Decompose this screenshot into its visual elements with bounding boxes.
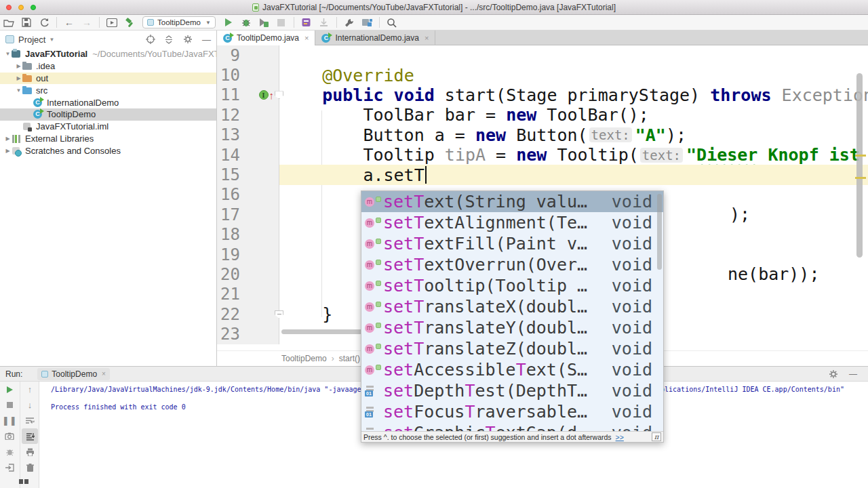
warning-stripe-mark[interactable] <box>855 177 866 179</box>
tree-right-arrow-icon[interactable]: ▶ <box>15 75 22 81</box>
code-line-9[interactable]: 9 <box>217 45 868 65</box>
thread-dump-icon[interactable] <box>0 428 19 444</box>
vertical-scrollbar[interactable] <box>856 73 863 258</box>
print-icon[interactable] <box>20 444 39 460</box>
tree-right-arrow-icon[interactable]: ▶ <box>4 148 12 154</box>
code-line-15[interactable]: 15 a.setT <box>217 165 868 184</box>
completion-item-5[interactable]: msetTranslateX(doubl…void <box>361 296 663 317</box>
restart-debug-icon[interactable] <box>0 444 19 460</box>
code-line-12[interactable]: 12 ToolBar bar = new ToolBar(); <box>217 105 868 125</box>
scroll-to-end-icon[interactable] <box>22 428 38 444</box>
forward-icon[interactable]: → <box>79 16 94 28</box>
layout-icon[interactable] <box>19 479 28 484</box>
more-suggestions-link[interactable]: >> <box>616 433 624 441</box>
tab-tooltipdemo[interactable]: C TooltipDemo.java × <box>217 30 315 45</box>
gutter: 10 <box>217 65 279 85</box>
breadcrumb-class[interactable]: TooltipDemo <box>281 354 327 363</box>
chevron-down-icon[interactable]: ▼ <box>49 37 54 43</box>
run-tab[interactable]: TooltipDemo × <box>37 368 110 380</box>
completion-hint-text: Press ^. to choose the selected (or firs… <box>363 433 612 441</box>
line-number: 15 <box>217 165 240 184</box>
tree-item-tooltipdemo[interactable]: CTooltipDemo <box>0 108 216 121</box>
clear-all-icon[interactable] <box>20 460 39 475</box>
completion-footer: Press ^. to choose the selected (or firs… <box>361 431 663 442</box>
run-anything-icon[interactable] <box>104 16 119 28</box>
pause-output-button[interactable]: ❚❚ <box>0 413 19 428</box>
line-number: 14 <box>217 146 240 165</box>
rerun-button[interactable] <box>0 382 19 397</box>
completion-item-4[interactable]: msetTooltip(Tooltip …void <box>361 275 663 296</box>
completion-item-9[interactable]: 01setDepthTest(DepthT…void <box>361 380 663 401</box>
tree-item-external-libraries[interactable]: ▶External Libraries <box>0 133 216 145</box>
back-icon[interactable]: ← <box>62 16 77 28</box>
stop-button[interactable] <box>0 397 19 413</box>
completion-item-2[interactable]: msetTextFill(Paint v…void <box>361 233 663 254</box>
exit-icon[interactable] <box>0 460 19 475</box>
tree-item-javafxtutorial[interactable]: ▼JavaFXTutorial~/Documents/YouTube/JavaF… <box>0 48 216 60</box>
tree-item-internationaldemo[interactable]: CInternationalDemo <box>0 96 216 108</box>
completion-item-10[interactable]: 01setFocusTraversable…void <box>361 401 663 422</box>
collapse-all-icon[interactable] <box>165 35 174 44</box>
close-icon[interactable]: × <box>425 34 429 42</box>
coverage-button[interactable] <box>256 16 271 28</box>
down-stack-trace-icon[interactable]: ↓ <box>20 397 39 413</box>
pi-badge[interactable]: π <box>652 432 661 441</box>
completion-return-type: void <box>612 213 652 232</box>
completion-item-7[interactable]: msetTranslateZ(doubl…void <box>361 338 663 359</box>
build-hammer-icon[interactable] <box>122 16 137 28</box>
project-structure-icon[interactable] <box>359 16 374 28</box>
completion-item-3[interactable]: msetTextOverrun(Over…void <box>361 254 663 275</box>
completion-item-1[interactable]: msetTextAlignment(Te…void <box>361 212 663 233</box>
code-line-10[interactable]: 10 @Override <box>217 65 868 85</box>
sync-icon[interactable] <box>37 16 52 28</box>
gear-icon[interactable] <box>183 35 193 44</box>
open-icon[interactable] <box>1 16 16 28</box>
tree-item-src[interactable]: ▼src <box>0 84 216 96</box>
tree-right-arrow-icon[interactable]: ▶ <box>4 136 12 142</box>
property-icon: 01 <box>365 385 383 397</box>
completion-item-6[interactable]: msetTranslateY(doubl…void <box>361 317 663 338</box>
close-icon[interactable]: × <box>304 34 309 42</box>
tree-right-arrow-icon[interactable]: ▶ <box>15 63 22 69</box>
code-line-11[interactable]: 11I↑ public void start(Stage primaryStag… <box>217 85 868 105</box>
locate-file-icon[interactable] <box>146 35 155 44</box>
tree-item-out[interactable]: ▶out <box>0 73 216 85</box>
popup-scrollbar[interactable] <box>657 194 662 270</box>
settings-wrench-icon[interactable] <box>342 16 357 28</box>
gear-icon[interactable] <box>829 369 838 379</box>
close-icon[interactable]: × <box>102 370 106 378</box>
completion-item-0[interactable]: msetText(String valu…void <box>361 191 663 212</box>
line-number: 9 <box>217 46 240 65</box>
implement-marker-icon[interactable]: I <box>259 90 269 100</box>
stop-button[interactable] <box>274 16 289 28</box>
debug-button[interactable] <box>239 16 254 28</box>
run-button[interactable] <box>221 16 236 28</box>
tree-item-javafxtutorial-iml[interactable]: JavaFXTutorial.iml <box>0 121 216 133</box>
override-arrow-icon[interactable]: ↑ <box>269 90 275 100</box>
tab-internationaldemo[interactable]: C InternationalDemo.java × <box>315 30 435 45</box>
save-icon[interactable] <box>19 16 34 28</box>
dump-threads-icon[interactable] <box>317 16 332 28</box>
hide-panel-icon[interactable]: — <box>202 35 211 45</box>
warning-stripe-mark[interactable] <box>855 155 866 157</box>
tree-item-scratches-and-consoles[interactable]: ▶Scratches and Consoles <box>0 144 216 157</box>
hide-panel-icon[interactable]: — <box>849 369 857 379</box>
profile-icon[interactable] <box>299 16 314 28</box>
tree-down-arrow-icon[interactable]: ▼ <box>15 87 22 94</box>
completion-item-11[interactable]: 01setGraphicTextGap(dvoid <box>361 422 663 431</box>
tree-item-label: .idea <box>36 61 55 71</box>
run-config-select[interactable]: TooltipDemo ▼ <box>142 16 216 28</box>
search-everywhere-icon[interactable] <box>384 16 399 28</box>
breadcrumb-method[interactable]: start() <box>339 354 360 363</box>
code-line-14[interactable]: 14 Tooltip tipA = new Tooltip(text:"Dies… <box>217 145 868 165</box>
tree-down-arrow-icon[interactable]: ▼ <box>4 51 12 57</box>
completion-item-8[interactable]: msetAccessibleText(S…void <box>361 359 663 380</box>
soft-wrap-icon[interactable] <box>20 413 39 428</box>
window-title: JavaFXTutorial [~/Documents/YouTube/Java… <box>0 3 868 12</box>
tree-item--idea[interactable]: ▶.idea <box>0 60 216 73</box>
code-text: Tooltip tipA = new Tooltip(text:"Dieser … <box>279 145 868 165</box>
project-panel-title: Project <box>18 35 45 45</box>
code-line-13[interactable]: 13 Button a = new Button(text:"A"); <box>217 125 868 145</box>
up-stack-trace-icon[interactable]: ↑ <box>20 382 39 397</box>
tree-item-label: src <box>36 85 47 96</box>
